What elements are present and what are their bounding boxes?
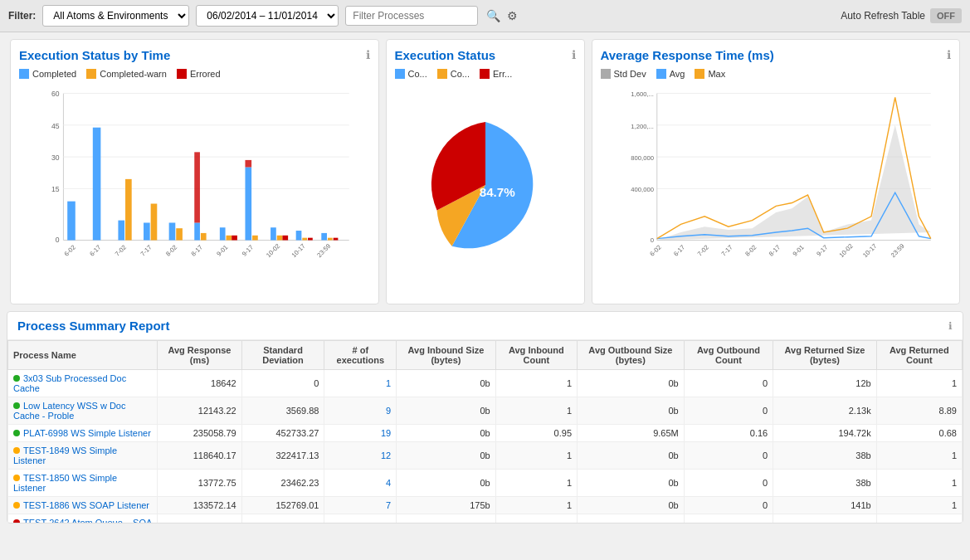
filter-bar: Filter: All Atoms & Environments 06/02/2… bbox=[0, 0, 970, 32]
date-range-select[interactable]: 06/02/2014 – 11/01/2014 bbox=[196, 5, 339, 27]
cell-avgResponse: 3980195 bbox=[158, 514, 241, 523]
executions-link[interactable]: 19 bbox=[381, 428, 391, 438]
cell-inboundSize: 0b bbox=[397, 442, 496, 470]
table-row: 3x03 Sub Processed Doc Cache18642010b10b… bbox=[8, 370, 963, 397]
svg-text:6-17: 6-17 bbox=[88, 244, 102, 258]
col-outbound-count: Avg Outbound Count bbox=[684, 341, 773, 370]
execution-status-info[interactable]: ℹ bbox=[572, 48, 576, 61]
cell-inboundCount: 1 bbox=[495, 442, 577, 470]
svg-rect-34 bbox=[321, 233, 327, 241]
cell-returnedSize: 38b bbox=[773, 470, 876, 497]
svg-text:9-01: 9-01 bbox=[791, 244, 805, 258]
execution-status-by-time-legend: Completed Completed-warn Errored bbox=[19, 69, 370, 79]
executions-link[interactable]: 1 bbox=[386, 378, 391, 388]
process-link[interactable]: TEST-2642 Atom Queue – SOA Process bbox=[13, 518, 152, 523]
svg-text:9-01: 9-01 bbox=[215, 244, 229, 258]
cell-returnedSize: 2.13k bbox=[773, 397, 876, 425]
execution-status-by-time-info[interactable]: ℹ bbox=[366, 48, 370, 61]
search-icon[interactable]: 🔍 bbox=[485, 7, 502, 24]
cell-outboundSize: 0b bbox=[578, 397, 685, 425]
cell-outboundCount: 0 bbox=[684, 442, 773, 470]
status-dot bbox=[13, 519, 20, 523]
pie-chart-area: 84.7% bbox=[395, 85, 576, 285]
cell-stdDev: 152769.01 bbox=[241, 497, 324, 514]
process-name-cell: TEST-1849 WS Simple Listener bbox=[8, 442, 158, 470]
cell-returnedSize: 0b bbox=[773, 514, 876, 523]
cell-executions: 19 bbox=[324, 425, 397, 442]
summary-header: Process Summary Report ℹ bbox=[7, 312, 963, 340]
executions-link[interactable]: 12 bbox=[381, 450, 391, 460]
summary-info-icon[interactable]: ℹ bbox=[948, 320, 953, 332]
svg-text:400,000: 400,000 bbox=[631, 186, 654, 193]
col-outbound-size: Avg Outbound Size (bytes) bbox=[578, 341, 685, 370]
pie-legend-err: Err... bbox=[480, 69, 512, 79]
svg-text:23:59: 23:59 bbox=[315, 242, 332, 259]
svg-rect-29 bbox=[277, 236, 283, 241]
line-chart-svg: 1,600,... 1,200,... 800,000 400,000 0 6-… bbox=[601, 85, 952, 268]
svg-text:10-02: 10-02 bbox=[265, 242, 281, 259]
svg-rect-15 bbox=[144, 222, 150, 240]
executions-link[interactable]: 7 bbox=[386, 500, 391, 510]
table-header-row: Process Name Avg Response (ms) Standard … bbox=[8, 341, 963, 370]
process-name-cell: TEST-2642 Atom Queue – SOA Process bbox=[8, 514, 158, 523]
svg-rect-16 bbox=[151, 204, 158, 241]
table-row: TEST-1850 WS Simple Listener13772.752346… bbox=[8, 470, 963, 497]
cell-inboundSize: 0b bbox=[397, 425, 496, 442]
svg-rect-13 bbox=[118, 221, 124, 241]
process-link[interactable]: Low Latency WSS w Doc Cache - Proble bbox=[13, 401, 126, 421]
process-name-cell: PLAT-6998 WS Simple Listener bbox=[8, 425, 158, 442]
process-name-cell: TEST-1850 WS Simple Listener bbox=[8, 470, 158, 497]
process-link[interactable]: PLAT-6998 WS Simple Listener bbox=[23, 428, 151, 438]
svg-rect-19 bbox=[194, 222, 200, 240]
cell-inboundSize: 28b bbox=[397, 514, 496, 523]
process-link[interactable]: TEST-1849 WS Simple Listener bbox=[13, 446, 117, 465]
svg-text:9-17: 9-17 bbox=[241, 244, 255, 258]
svg-rect-12 bbox=[93, 128, 101, 241]
filter-icons: 🔍 ⚙ bbox=[485, 7, 519, 24]
cell-returnedSize: 12b bbox=[773, 370, 876, 397]
avg-response-time-info[interactable]: ℹ bbox=[947, 48, 951, 61]
settings-icon[interactable]: ⚙ bbox=[505, 7, 519, 24]
process-link[interactable]: TEST-1850 WS Simple Listener bbox=[13, 473, 117, 493]
avg-response-time-panel: Average Response Time (ms) ℹ Std Dev Avg… bbox=[592, 39, 961, 304]
col-returned-size: Avg Returned Size (bytes) bbox=[773, 341, 876, 370]
cell-outboundSize: 0b bbox=[578, 370, 685, 397]
cell-avgResponse: 13772.75 bbox=[158, 470, 241, 497]
table-row: Low Latency WSS w Doc Cache - Proble1214… bbox=[8, 397, 963, 425]
cell-avgResponse: 18642 bbox=[158, 370, 241, 397]
executions-link[interactable]: 4 bbox=[386, 478, 391, 488]
avg-label: Avg bbox=[670, 69, 685, 79]
pie-err-color bbox=[480, 69, 490, 79]
cell-outboundSize: 9.65M bbox=[578, 425, 685, 442]
cell-inboundSize: 175b bbox=[397, 497, 496, 514]
process-link[interactable]: TEST-1886 WS SOAP Listener bbox=[23, 500, 149, 510]
svg-rect-22 bbox=[220, 227, 226, 240]
cell-outboundCount: 0 bbox=[684, 397, 773, 425]
cell-stdDev: 0 bbox=[241, 514, 324, 523]
auto-refresh-toggle[interactable]: OFF bbox=[930, 8, 962, 23]
summary-title: Process Summary Report bbox=[17, 319, 169, 333]
cell-outboundSize: 0b bbox=[578, 497, 685, 514]
cell-executions: 4 bbox=[324, 470, 397, 497]
charts-row: Execution Status by Time ℹ Completed Com… bbox=[0, 32, 970, 311]
executions-link[interactable]: 9 bbox=[386, 406, 391, 416]
svg-rect-26 bbox=[252, 236, 258, 241]
filter-processes-input[interactable] bbox=[345, 6, 478, 26]
svg-text:84.7%: 84.7% bbox=[479, 185, 515, 199]
svg-rect-14 bbox=[125, 179, 132, 241]
svg-rect-17 bbox=[169, 222, 176, 240]
completed-warn-color bbox=[86, 69, 96, 79]
svg-text:10-17: 10-17 bbox=[290, 242, 307, 259]
legend-completed: Completed bbox=[19, 69, 76, 79]
svg-text:1,200,...: 1,200,... bbox=[631, 123, 654, 130]
svg-text:9-17: 9-17 bbox=[815, 244, 829, 258]
cell-returnedCount: 8.89 bbox=[876, 397, 962, 425]
svg-text:1,600,...: 1,600,... bbox=[631, 90, 654, 98]
status-dot bbox=[13, 502, 20, 509]
atoms-env-select[interactable]: All Atoms & Environments bbox=[42, 5, 189, 27]
process-link[interactable]: 3x03 Sub Processed Doc Cache bbox=[13, 373, 126, 393]
pie-completed-label: Co... bbox=[408, 69, 427, 79]
cell-returnedCount: 1 bbox=[876, 370, 962, 397]
pie-completed-color bbox=[395, 69, 405, 79]
svg-text:7-17: 7-17 bbox=[139, 244, 153, 258]
